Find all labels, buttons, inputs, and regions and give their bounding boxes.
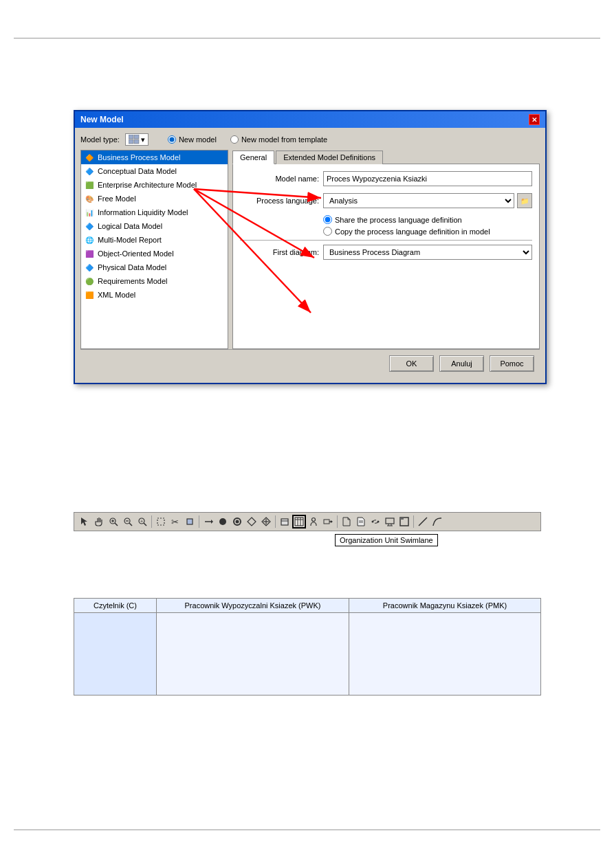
swimlane-col-3: Pracownik Magazynu Ksiazek (PMK) xyxy=(349,599,541,613)
start-event-button[interactable] xyxy=(216,515,230,528)
end-event-button[interactable] xyxy=(230,515,244,528)
ldm-icon: 🔷 xyxy=(84,221,95,232)
model-item-free[interactable]: 🎨 Free Model xyxy=(81,192,228,205)
swimlane-tooltip: Organization Unit Swimlane xyxy=(335,534,438,546)
doc1-button[interactable] xyxy=(340,515,353,528)
model-item-xml[interactable]: 🟧 XML Model xyxy=(81,288,228,302)
curve-button[interactable] xyxy=(430,515,444,528)
svg-point-23 xyxy=(219,518,226,525)
model-type-label: Model type: xyxy=(80,135,120,144)
svg-text:✂: ✂ xyxy=(171,517,179,526)
close-button[interactable]: ✕ xyxy=(529,114,540,125)
display-button[interactable] xyxy=(383,515,397,528)
bottom-rule xyxy=(14,830,600,830)
dialog-main: 🔶 Business Process Model 🔷 Conceptual Da… xyxy=(80,150,540,349)
svg-line-52 xyxy=(419,518,427,526)
arrow-button[interactable] xyxy=(201,515,215,528)
eam-icon: 🟩 xyxy=(84,179,95,190)
tab-content-general: Model name: Process language: Analysis xyxy=(232,164,540,349)
link1-button[interactable] xyxy=(321,515,335,528)
select-rect-button[interactable] xyxy=(154,515,168,528)
pointer-tool-button[interactable] xyxy=(78,515,91,528)
swimlane-col-1: Czytelnik (C) xyxy=(74,599,157,613)
radio-new-model[interactable]: New model xyxy=(168,135,217,144)
model-item-ilm[interactable]: 📊 Information Liquidity Model xyxy=(81,205,228,219)
model-item-mmr[interactable]: 🌐 Multi-Model Report xyxy=(81,233,228,247)
sep3 xyxy=(275,515,276,528)
sep5 xyxy=(413,515,414,528)
svg-point-25 xyxy=(236,520,239,524)
oom-icon: 🟪 xyxy=(84,248,95,259)
zoom-in-button[interactable] xyxy=(107,515,120,528)
line-button[interactable] xyxy=(416,515,430,528)
model-list-panel: 🔶 Business Process Model 🔷 Conceptual Da… xyxy=(80,150,228,349)
doc2-button[interactable] xyxy=(354,515,368,528)
swimlane-cell-2 xyxy=(157,613,349,695)
radio-copy[interactable]: Copy the process language definition in … xyxy=(323,227,532,236)
svg-point-44 xyxy=(372,521,374,523)
cancel-button[interactable]: Anuluj xyxy=(439,355,484,372)
radio-from-template[interactable]: New model from template xyxy=(230,135,327,144)
zoom-fit-button[interactable]: + xyxy=(135,515,149,528)
dialog-body: Model type: ▾ New model New model from t xyxy=(75,128,545,383)
ok-button[interactable]: OK xyxy=(389,355,434,372)
model-type-dropdown[interactable]: ▾ xyxy=(125,133,149,146)
zoom-out-button[interactable] xyxy=(121,515,135,528)
model-item-oom[interactable]: 🟪 Object-Oriented Model xyxy=(81,247,228,260)
hand-tool-button[interactable] xyxy=(92,515,106,528)
tab-extended[interactable]: Extended Model Definitions xyxy=(276,151,383,164)
model-name-input[interactable] xyxy=(323,171,532,186)
dialog-title: New Model xyxy=(80,115,124,124)
toolbar-section: + ✂ xyxy=(74,512,559,534)
model-item-pdm[interactable]: 🔷 Physical Data Model xyxy=(81,260,228,274)
right-panel: General Extended Model Definitions Model… xyxy=(232,150,540,349)
model-item-cdm[interactable]: 🔷 Conceptual Data Model xyxy=(81,164,228,178)
model-name-row: Model name: xyxy=(240,171,532,186)
svg-marker-22 xyxy=(211,520,213,524)
free-icon: 🎨 xyxy=(84,193,95,204)
dialog-buttons: OK Anuluj Pomoc xyxy=(80,349,540,377)
svg-text:+: + xyxy=(140,519,143,524)
radio-group: New model New model from template xyxy=(168,135,327,144)
tabs-row: General Extended Model Definitions xyxy=(232,150,540,164)
swimlane-button[interactable] xyxy=(292,515,306,528)
link2-button[interactable] xyxy=(369,515,382,528)
plus-gateway-button[interactable] xyxy=(259,515,273,528)
person-button[interactable] xyxy=(307,515,320,528)
first-diagram-label: First diagram: xyxy=(240,248,319,256)
tab-general[interactable]: General xyxy=(232,151,274,164)
first-diagram-select-wrapper: Business Process Diagram xyxy=(323,245,532,260)
ilm-icon: 📊 xyxy=(84,207,95,218)
frame-button[interactable] xyxy=(397,515,411,528)
radio-share[interactable]: Share the process language definition xyxy=(323,215,532,224)
swimlane-row xyxy=(74,613,541,695)
help-button[interactable]: Pomoc xyxy=(490,355,534,372)
svg-rect-18 xyxy=(157,518,164,525)
browse-button[interactable]: 📁 xyxy=(517,193,532,208)
svg-rect-5 xyxy=(134,135,139,139)
new-model-dialog: New Model ✕ Model type: ▾ New model xyxy=(74,110,547,384)
form-divider xyxy=(240,240,532,241)
svg-line-9 xyxy=(115,523,118,526)
cdm-icon: 🔷 xyxy=(84,166,95,177)
model-item-bpm[interactable]: 🔶 Business Process Model xyxy=(81,151,228,164)
model-item-eam[interactable]: 🟩 Enterprise Architecture Model xyxy=(81,178,228,192)
swimlane-col-2: Pracownik Wypozyczalni Ksiazek (PWK) xyxy=(157,599,349,613)
svg-rect-6 xyxy=(129,140,133,144)
model-item-ldm[interactable]: 🔷 Logical Data Model xyxy=(81,219,228,233)
dialog-titlebar: New Model ✕ xyxy=(75,111,545,128)
process-language-select[interactable]: Analysis xyxy=(323,193,514,208)
process-language-options: Share the process language definition Co… xyxy=(323,215,532,236)
first-diagram-row: First diagram: Business Process Diagram xyxy=(240,245,532,260)
svg-line-16 xyxy=(144,523,146,526)
model-item-req[interactable]: 🟢 Requirements Model xyxy=(81,274,228,288)
svg-rect-4 xyxy=(129,135,133,139)
svg-rect-37 xyxy=(324,520,329,524)
cut-button[interactable]: ✂ xyxy=(168,515,182,528)
data-store-button[interactable] xyxy=(278,515,292,528)
copy-button[interactable] xyxy=(183,515,197,528)
swimlane-cell-1 xyxy=(74,613,157,695)
first-diagram-select[interactable]: Business Process Diagram xyxy=(323,245,532,260)
sep1 xyxy=(151,515,152,528)
gateway-button[interactable] xyxy=(245,515,259,528)
